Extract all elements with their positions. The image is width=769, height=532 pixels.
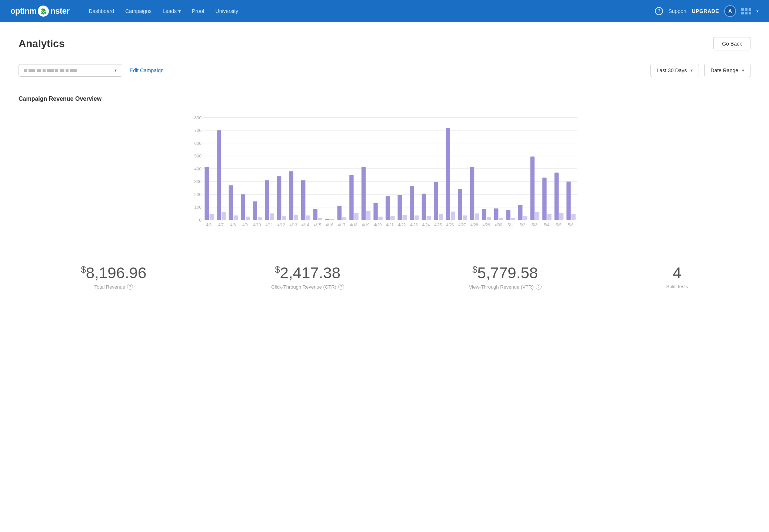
avatar[interactable]: A: [724, 5, 736, 17]
stat-label-1: Click-Through Revenue (CTR)?: [271, 284, 344, 290]
svg-rect-31: [258, 217, 262, 220]
stat-label-0: Total Revenue?: [81, 284, 146, 290]
svg-text:5/1: 5/1: [508, 223, 513, 227]
svg-rect-58: [366, 211, 370, 220]
svg-text:4/16: 4/16: [326, 223, 333, 227]
nav-right: ? Support UPGRADE A ▾: [655, 5, 759, 17]
svg-text:4/20: 4/20: [374, 223, 382, 227]
svg-text:200: 200: [194, 192, 202, 197]
svg-rect-81: [458, 189, 462, 220]
svg-rect-97: [523, 216, 527, 220]
svg-rect-93: [506, 210, 510, 220]
svg-rect-85: [475, 213, 479, 220]
go-back-button[interactable]: Go Back: [713, 37, 750, 50]
svg-rect-106: [559, 213, 563, 220]
svg-text:400: 400: [194, 166, 202, 171]
svg-text:4/23: 4/23: [410, 223, 418, 227]
svg-rect-66: [397, 195, 402, 220]
svg-text:4/12: 4/12: [277, 223, 285, 227]
svg-text:4/7: 4/7: [218, 223, 224, 227]
svg-rect-43: [306, 215, 310, 220]
svg-rect-94: [511, 218, 515, 220]
edit-campaign-link[interactable]: Edit Campaign: [130, 67, 164, 73]
svg-rect-105: [555, 173, 559, 220]
svg-rect-18: [205, 167, 209, 220]
filters-row: ▾ Edit Campaign Last 30 Days ▾ Date Rang…: [19, 64, 750, 77]
last-30-days-selector[interactable]: Last 30 Days ▾: [650, 64, 699, 77]
svg-rect-70: [415, 215, 419, 220]
svg-rect-109: [571, 214, 575, 220]
stat-info-icon-0[interactable]: ?: [127, 284, 133, 290]
svg-text:0: 0: [199, 217, 202, 222]
campaign-dots: [24, 69, 77, 72]
selector-chevron-icon: ▾: [114, 68, 117, 73]
nav-university[interactable]: University: [211, 5, 243, 17]
nav-links: Dashboard Campaigns Leads ▾ Proof Univer…: [84, 5, 655, 17]
svg-rect-34: [270, 213, 274, 220]
svg-text:4/24: 4/24: [422, 223, 430, 227]
grid-icon[interactable]: [741, 8, 751, 14]
chart-container: 80070060050040030020010004/64/74/84/94/1…: [19, 110, 750, 236]
svg-rect-88: [487, 217, 491, 220]
stat-info-icon-2[interactable]: ?: [536, 284, 542, 290]
svg-text:600: 600: [194, 141, 202, 146]
svg-rect-30: [253, 201, 257, 220]
logo[interactable]: optinm 🐉 nster: [10, 6, 70, 17]
stat-value-2: $5,779.58: [469, 265, 542, 281]
svg-text:300: 300: [194, 179, 202, 184]
nav-proof[interactable]: Proof: [187, 5, 209, 17]
upgrade-link[interactable]: UPGRADE: [692, 8, 719, 14]
stat-label-3: Split Tests: [666, 284, 688, 289]
svg-text:5/2: 5/2: [520, 223, 525, 227]
svg-rect-76: [439, 214, 443, 220]
nav-leads[interactable]: Leads ▾: [158, 5, 185, 17]
svg-text:4/30: 4/30: [495, 223, 502, 227]
stat-item-0: $8,196.96Total Revenue?: [81, 265, 146, 290]
stat-info-icon-1[interactable]: ?: [338, 284, 344, 290]
header-row: Analytics Go Back: [19, 37, 750, 50]
main-content: Analytics Go Back ▾ Edit Campaign Last 3…: [0, 22, 769, 532]
support-link[interactable]: Support: [668, 8, 686, 14]
svg-text:4/26: 4/26: [446, 223, 454, 227]
svg-text:800: 800: [194, 115, 202, 120]
svg-text:4/29: 4/29: [482, 223, 490, 227]
logo-icon: 🐉: [38, 6, 49, 17]
svg-text:4/22: 4/22: [398, 223, 406, 227]
stat-value-0: $8,196.96: [81, 265, 146, 281]
svg-rect-82: [463, 215, 467, 220]
bar-chart: 80070060050040030020010004/64/74/84/94/1…: [19, 110, 750, 236]
svg-rect-27: [241, 194, 245, 220]
help-icon[interactable]: ?: [655, 7, 663, 15]
nav-dashboard[interactable]: Dashboard: [84, 5, 119, 17]
svg-rect-52: [342, 217, 346, 220]
svg-text:4/17: 4/17: [338, 223, 346, 227]
svg-rect-45: [313, 209, 317, 220]
stats-row: $8,196.96Total Revenue?$2,417.38Click-Th…: [19, 254, 750, 290]
svg-rect-63: [386, 196, 390, 220]
svg-rect-19: [210, 214, 214, 220]
svg-text:5/5: 5/5: [556, 223, 562, 227]
svg-rect-42: [301, 180, 305, 220]
date-range-1-chevron-icon: ▾: [690, 68, 693, 73]
svg-rect-57: [362, 167, 366, 220]
campaign-selector[interactable]: ▾: [19, 64, 122, 77]
stat-currency-2: $: [472, 265, 477, 275]
svg-rect-24: [229, 185, 233, 220]
date-range-selector[interactable]: Date Range ▾: [704, 64, 750, 77]
svg-text:500: 500: [194, 153, 202, 158]
stat-item-2: $5,779.58View-Through Revenue (VTR)?: [469, 265, 542, 290]
svg-rect-73: [427, 216, 431, 220]
svg-rect-79: [451, 212, 455, 220]
svg-rect-28: [246, 217, 250, 220]
svg-rect-36: [277, 176, 281, 220]
nav-campaigns[interactable]: Campaigns: [121, 5, 156, 17]
svg-rect-108: [566, 182, 570, 220]
svg-rect-78: [446, 128, 450, 220]
svg-rect-87: [482, 209, 486, 220]
svg-text:4/21: 4/21: [386, 223, 394, 227]
svg-rect-64: [390, 216, 395, 220]
svg-text:4/27: 4/27: [458, 223, 466, 227]
nav-chevron-icon[interactable]: ▾: [756, 9, 759, 14]
svg-rect-96: [518, 205, 522, 220]
svg-rect-99: [530, 157, 535, 220]
